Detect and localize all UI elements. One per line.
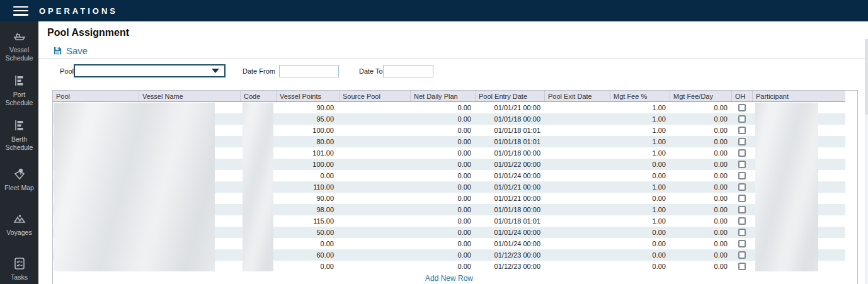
cell-mgt-fee-day[interactable]: 0.00 [670,229,731,236]
col-header-mgt-fee-pct[interactable]: Mgt Fee % [610,91,670,101]
cell-vessel-points[interactable]: 0.00 [276,172,339,179]
cell-pool-entry-date[interactable]: 01/01/22 00:00 [475,161,544,168]
cell-mgt-fee-pct[interactable]: 1.00 [610,127,670,134]
cell-net-daily-plan[interactable]: 0.00 [410,149,475,157]
cell-vessel-points[interactable]: 100.00 [276,161,339,168]
cell-mgt-fee-pct[interactable]: 1.00 [610,183,670,191]
cell-mgt-fee-day[interactable]: 0.00 [670,149,731,157]
cell-mgt-fee-day[interactable]: 0.00 [670,161,731,168]
cell-vessel-points[interactable]: 95.00 [276,115,339,123]
cell-pool-entry-date[interactable]: 01/01/24 00:00 [475,172,544,179]
cell-vessel-points[interactable]: 110.00 [276,183,339,191]
cell-vessel-points[interactable]: 90.00 [276,104,339,111]
cell-pool-entry-date[interactable]: 01/01/21 00:00 [475,195,544,202]
cell-mgt-fee-pct[interactable]: 1.00 [610,217,670,225]
sidebar-item-port-schedule[interactable]: Port Schedule [0,66,38,111]
scrollbar-thumb[interactable] [865,39,868,115]
cell-pool-entry-date[interactable]: 01/01/18 01:01 [475,127,544,134]
cell-vessel-points[interactable]: 50.00 [276,229,339,236]
col-header-vessel-points[interactable]: Vessel Points [276,91,339,101]
cell-vessel-points[interactable]: 101.00 [276,149,339,157]
cell-mgt-fee-pct[interactable]: 0.00 [610,251,670,259]
oh-checkbox[interactable] [738,161,746,168]
cell-net-daily-plan[interactable]: 0.00 [410,251,475,259]
oh-checkbox[interactable] [738,127,746,134]
col-header-net-daily-plan[interactable]: Net Daily Plan [410,91,475,101]
col-header-mgt-fee-day[interactable]: Mgt Fee/Day [670,91,731,101]
cell-net-daily-plan[interactable]: 0.00 [410,104,475,111]
cell-mgt-fee-pct[interactable]: 0.00 [610,195,670,202]
cell-net-daily-plan[interactable]: 0.00 [410,240,475,247]
cell-vessel-points[interactable]: 100.00 [276,127,339,134]
cell-net-daily-plan[interactable]: 0.00 [410,138,475,145]
save-button[interactable]: Save [53,45,88,56]
date-from-input[interactable] [279,65,339,77]
cell-pool-entry-date[interactable]: 01/12/23 00:00 [475,263,544,270]
sidebar-item-berth-schedule[interactable]: Berth Schedule [0,111,38,156]
cell-pool-entry-date[interactable]: 01/01/21 00:00 [475,104,544,111]
cell-mgt-fee-day[interactable]: 0.00 [670,127,731,134]
oh-checkbox[interactable] [738,104,746,111]
oh-checkbox[interactable] [738,263,746,270]
oh-checkbox[interactable] [738,251,746,259]
cell-vessel-points[interactable]: 90.00 [276,195,339,202]
col-header-pool[interactable]: Pool [53,91,139,101]
cell-pool-entry-date[interactable]: 01/12/23 00:00 [475,251,544,259]
cell-mgt-fee-pct[interactable]: 1.00 [610,149,670,157]
cell-mgt-fee-day[interactable]: 0.00 [670,172,731,179]
cell-mgt-fee-pct[interactable]: 1.00 [610,138,670,145]
cell-net-daily-plan[interactable]: 0.00 [410,183,475,191]
oh-checkbox[interactable] [738,229,746,236]
col-header-pool-entry-date[interactable]: Pool Entry Date [475,91,544,101]
cell-pool-entry-date[interactable]: 01/01/24 00:00 [475,229,544,236]
menu-hamburger-icon[interactable] [13,6,28,16]
cell-mgt-fee-day[interactable]: 0.00 [670,206,731,213]
cell-mgt-fee-pct[interactable]: 1.00 [610,104,670,111]
cell-pool-entry-date[interactable]: 01/01/18 01:01 [475,138,544,145]
cell-vessel-points[interactable]: 98.00 [276,206,339,213]
cell-pool-entry-date[interactable]: 01/01/18 00:00 [475,115,544,123]
cell-mgt-fee-pct[interactable]: 1.00 [610,115,670,123]
cell-mgt-fee-day[interactable]: 0.00 [670,251,731,259]
cell-pool-entry-date[interactable]: 01/01/18 01:01 [475,217,544,225]
cell-net-daily-plan[interactable]: 0.00 [410,115,475,123]
pool-dropdown[interactable] [74,64,226,77]
cell-vessel-points[interactable]: 0.00 [276,263,339,270]
sidebar-item-fleet-map[interactable]: Fleet Map [0,156,38,200]
col-header-oh[interactable]: OH [731,91,752,101]
cell-mgt-fee-day[interactable]: 0.00 [670,115,731,123]
cell-mgt-fee-day[interactable]: 0.00 [670,104,731,111]
sidebar-item-vessel-schedule[interactable]: Vessel Schedule [0,21,38,66]
cell-mgt-fee-day[interactable]: 0.00 [670,217,731,225]
cell-pool-entry-date[interactable]: 01/01/24 00:00 [475,240,544,247]
cell-net-daily-plan[interactable]: 0.00 [410,263,475,270]
add-new-row-link[interactable]: Add New Row [425,274,473,283]
cell-mgt-fee-day[interactable]: 0.00 [670,195,731,202]
date-to-input[interactable] [383,65,433,77]
oh-checkbox[interactable] [738,240,746,247]
col-header-source-pool[interactable]: Source Pool [339,91,410,101]
sidebar-item-tasks[interactable]: Tasks [0,245,38,284]
cell-net-daily-plan[interactable]: 0.00 [410,161,475,168]
cell-mgt-fee-day[interactable]: 0.00 [670,138,731,145]
page-scrollbar[interactable] [865,39,868,284]
cell-mgt-fee-pct[interactable]: 0.00 [610,172,670,179]
oh-checkbox[interactable] [738,183,746,191]
cell-mgt-fee-pct[interactable]: 0.00 [610,263,670,270]
cell-net-daily-plan[interactable]: 0.00 [410,206,475,213]
cell-vessel-points[interactable]: 80.00 [276,138,339,145]
oh-checkbox[interactable] [738,172,746,179]
oh-checkbox[interactable] [738,149,746,157]
cell-pool-entry-date[interactable]: 01/01/18 00:00 [475,206,544,213]
cell-net-daily-plan[interactable]: 0.00 [410,172,475,179]
cell-net-daily-plan[interactable]: 0.00 [410,127,475,134]
oh-checkbox[interactable] [738,217,746,225]
cell-mgt-fee-day[interactable]: 0.00 [670,183,731,191]
oh-checkbox[interactable] [738,195,746,202]
cell-mgt-fee-day[interactable]: 0.00 [670,240,731,247]
col-header-code[interactable]: Code [240,91,276,101]
cell-vessel-points[interactable]: 115.00 [276,217,339,225]
oh-checkbox[interactable] [738,206,746,213]
cell-mgt-fee-pct[interactable]: 1.00 [610,206,670,213]
col-header-pool-exit-date[interactable]: Pool Exit Date [544,91,610,101]
